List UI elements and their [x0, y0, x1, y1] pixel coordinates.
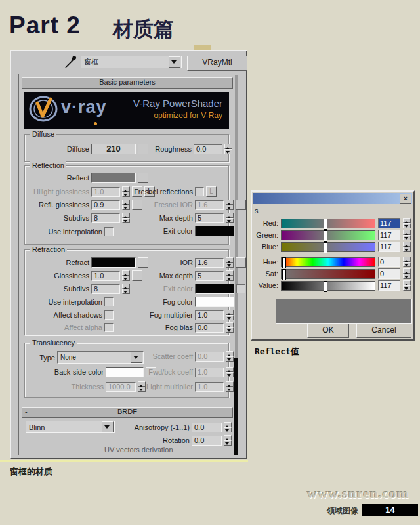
rollout-basic-parameters[interactable]: - Basic parameters [22, 77, 233, 89]
light-multiplier-spinner[interactable] [226, 381, 234, 392]
ior-field[interactable]: 1.6 [195, 258, 224, 268]
fog-color-swatch[interactable] [195, 297, 234, 307]
ok-button[interactable]: OK [307, 324, 349, 338]
fresnel-lock-button[interactable]: L [206, 186, 217, 197]
affect-alpha-checkbox[interactable] [104, 323, 114, 332]
blue-slider[interactable] [281, 242, 375, 252]
current-color-preview [276, 299, 412, 324]
slider-handle[interactable] [324, 219, 327, 230]
material-type-button[interactable]: VRayMtl [187, 56, 247, 71]
blue-field[interactable]: 117 [378, 242, 400, 252]
roughness-field[interactable]: 0.0 [194, 144, 222, 154]
refr-subdivs-field[interactable]: 8 [91, 284, 120, 294]
fwdbck-coeff-field[interactable]: 1.0 [195, 368, 224, 377]
refl-max-depth-field[interactable]: 5 [195, 213, 224, 223]
reflect-color-swatch[interactable] [91, 173, 136, 183]
anisotropy-field[interactable]: 0.0 [192, 423, 222, 432]
green-spinner[interactable] [403, 230, 411, 240]
window-bottom-highlight [0, 460, 248, 462]
refr-use-interp-label: Use interpolation [29, 298, 102, 306]
red-label: Red: [253, 219, 278, 227]
refl-glossiness-field[interactable]: 0.9 [91, 200, 120, 210]
refr-max-depth-field[interactable]: 5 [195, 271, 224, 281]
ior-spinner[interactable] [226, 257, 234, 268]
slider-handle[interactable] [282, 269, 286, 280]
refr-use-interp-checkbox[interactable] [104, 297, 114, 306]
page-subtitle: 材质篇 [113, 16, 174, 43]
scatter-coeff-label: Scatter coeff [123, 352, 193, 360]
rotation-spinner[interactable] [224, 435, 232, 446]
scatter-coeff-field[interactable]: 0.0 [195, 352, 224, 362]
rotation-field[interactable]: 0.0 [192, 436, 222, 446]
refl-subdivs-field[interactable]: 8 [91, 213, 120, 223]
red-slider[interactable] [281, 219, 375, 228]
scatter-coeff-spinner[interactable] [226, 351, 234, 362]
hue-field[interactable]: 0 [378, 257, 400, 267]
roughness-spinner[interactable] [224, 144, 232, 154]
fresnel-ior-field[interactable]: 1.6 [195, 200, 224, 210]
refl-max-depth-label: Max depth [123, 214, 193, 222]
slider-handle[interactable] [324, 230, 327, 242]
dialog-title-bar[interactable]: × [253, 193, 412, 204]
watermark: www.snren.com [307, 486, 409, 502]
green-field[interactable]: 117 [378, 230, 400, 240]
brdf-type-dropdown[interactable]: Blinn [26, 421, 115, 433]
green-slider[interactable] [281, 230, 375, 240]
refr-exit-color-checkbox[interactable] [236, 284, 245, 293]
close-icon[interactable]: × [400, 194, 411, 204]
rollout-brdf[interactable]: - BRDF [22, 407, 233, 418]
chevron-down-icon[interactable] [169, 56, 180, 68]
value-field[interactable]: 117 [378, 280, 400, 291]
page: Part 2 材质篇 窗框 VRayMtl - Basic parameters [0, 0, 420, 525]
fresnel-reflections-checkbox[interactable] [195, 187, 204, 196]
group-translucency-legend: Translucency [30, 339, 77, 346]
refl-max-depth-spinner[interactable] [226, 213, 234, 223]
fresnel-ior-spinner[interactable] [226, 200, 234, 210]
sat-field[interactable]: 0 [378, 268, 400, 279]
refr-glossiness-label: Glossiness [29, 272, 89, 280]
light-multiplier-field[interactable]: 1.0 [195, 382, 224, 392]
sat-spinner[interactable] [403, 268, 411, 279]
blue-spinner[interactable] [403, 242, 411, 252]
fwdbck-coeff-spinner[interactable] [226, 367, 234, 377]
green-label: Green: [253, 231, 278, 239]
hilight-glossiness-field[interactable]: 1.0 [91, 187, 120, 197]
slider-handle[interactable] [282, 257, 286, 268]
slider-handle[interactable] [324, 242, 327, 253]
affect-alpha-label: Affect alpha [29, 324, 102, 331]
ior-label: IOR [123, 259, 193, 266]
fog-multiplier-spinner[interactable] [226, 310, 234, 320]
sat-slider[interactable] [281, 269, 375, 279]
refr-exit-color-label: Exit color [123, 285, 193, 293]
affect-shadows-checkbox[interactable] [104, 310, 114, 320]
eyedropper-icon[interactable] [64, 55, 78, 72]
red-spinner[interactable] [403, 218, 411, 228]
rollout-brdf-label: BRDF [117, 408, 137, 415]
refr-max-depth-spinner[interactable] [226, 270, 234, 281]
value-spinner[interactable] [403, 280, 411, 291]
fresnel-ior-map-button[interactable] [236, 200, 246, 210]
fog-bias-spinner[interactable] [226, 322, 234, 333]
reflect-map-button[interactable] [138, 173, 148, 183]
color-selector-dialog: × s Red: 117 Green: 117 Blue: 117 Hue: 0 [251, 190, 415, 341]
fog-bias-field[interactable]: 0.0 [195, 323, 224, 333]
refr-glossiness-field[interactable]: 1.0 [91, 271, 120, 281]
page-title: Part 2 [9, 12, 81, 39]
ior-map-button[interactable] [236, 257, 246, 268]
fog-multiplier-field[interactable]: 1.0 [195, 310, 224, 320]
reflect-label: Reflect [29, 174, 89, 182]
value-slider[interactable] [281, 281, 375, 291]
slider-handle[interactable] [324, 281, 327, 292]
refl-exit-color-swatch[interactable] [195, 226, 234, 236]
fwdbck-coeff-label: Fwd/bck coeff [123, 368, 193, 376]
material-name-dropdown[interactable]: 窗框 [81, 56, 182, 68]
red-field[interactable]: 117 [378, 218, 400, 228]
cancel-button[interactable]: Cancel [356, 324, 411, 338]
scrollbar-thumb[interactable] [234, 358, 238, 455]
refl-use-interp-checkbox[interactable] [104, 227, 114, 236]
hue-spinner[interactable] [403, 257, 411, 267]
hue-slider[interactable] [281, 257, 375, 267]
chevron-down-icon[interactable] [102, 421, 114, 432]
refr-exit-color-swatch[interactable] [195, 284, 234, 294]
anisotropy-spinner[interactable] [224, 422, 232, 432]
